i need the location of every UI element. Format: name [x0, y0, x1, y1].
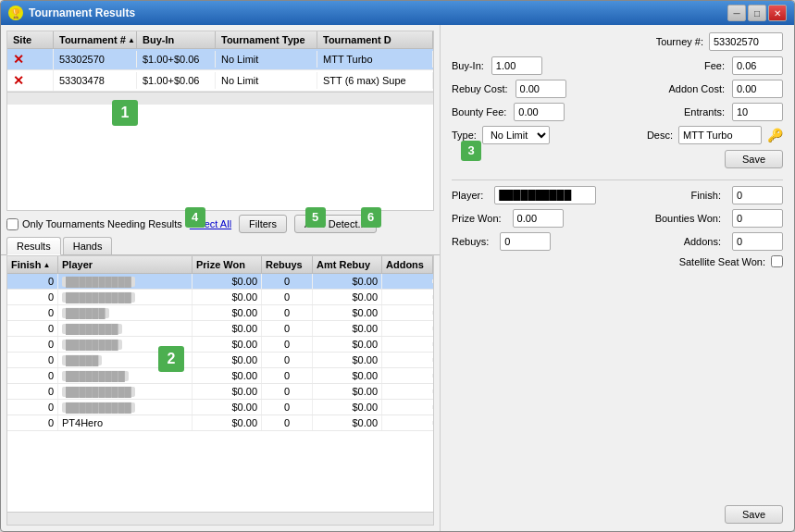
- cell-addons: [382, 421, 433, 425]
- cell-addons: [382, 311, 433, 315]
- finish-label: Finish:: [691, 190, 721, 201]
- results-row[interactable]: 0 ██████████ $0.00 0 $0.00: [7, 290, 433, 305]
- rebuy-cost-label: Rebuy Cost:: [452, 83, 508, 94]
- satellite-seat-checkbox[interactable]: [771, 255, 783, 267]
- cell-site: ✕: [7, 49, 54, 69]
- cell-player: █████████: [58, 368, 193, 383]
- restore-button[interactable]: □: [748, 5, 766, 21]
- tourney-num-input[interactable]: [709, 32, 783, 51]
- main-content: Site Tournament #▲ Buy-In Tournament Typ…: [1, 25, 794, 531]
- col-desc[interactable]: Tournament D: [317, 31, 433, 48]
- save-tournament-button[interactable]: Save: [725, 150, 783, 168]
- cell-player: ████████: [58, 337, 193, 352]
- addons-input[interactable]: [732, 232, 783, 251]
- desc-label: Desc:: [647, 130, 673, 141]
- results-row[interactable]: 0 ██████████ $0.00 0 $0.00: [7, 384, 433, 400]
- table-row[interactable]: ✕ 53303478 $1.00+$0.06 No Limit STT (6 m…: [7, 70, 433, 92]
- results-row[interactable]: 0 ████████ $0.00 0 $0.00: [7, 337, 433, 353]
- col-prize[interactable]: Prize Won: [193, 256, 262, 273]
- results-row[interactable]: 0 █████████ $0.00 0 $0.00: [7, 368, 433, 384]
- cell-amtrebuy: $0.00: [313, 384, 382, 399]
- cell-player: ████████: [58, 321, 193, 336]
- rebuys-label: Rebuys:: [452, 236, 489, 247]
- col-type[interactable]: Tournament Type: [216, 31, 317, 48]
- col-tourney[interactable]: Tournament #▲: [54, 31, 137, 48]
- cell-finish: 0: [7, 274, 58, 289]
- table-row[interactable]: ✕ 53302570 $1.00+$0.06 No Limit MTT Turb…: [7, 49, 433, 70]
- results-table-header: Finish▲ Player Prize Won Rebuys Amt Rebu…: [7, 256, 433, 274]
- prize-won-input[interactable]: [513, 209, 564, 228]
- results-horizontal-scrollbar[interactable]: [7, 512, 433, 525]
- results-row[interactable]: 0 ██████████ $0.00 0 $0.00: [7, 400, 433, 415]
- results-row[interactable]: 0 ██████████ $0.00 0 $0.00: [7, 274, 433, 290]
- rebuys-input[interactable]: [500, 232, 551, 251]
- col-rebuys[interactable]: Rebuys: [262, 256, 313, 273]
- cell-rebuys: 0: [262, 305, 313, 320]
- save-player-button[interactable]: Save: [725, 505, 783, 524]
- cell-prize: $0.00: [193, 321, 262, 336]
- minimize-button[interactable]: ─: [727, 5, 746, 21]
- fee-input[interactable]: [732, 56, 783, 75]
- cell-type: No Limit: [216, 72, 317, 89]
- cell-player: ██████████: [58, 384, 193, 399]
- results-row[interactable]: 0 PT4Hero $0.00 0 $0.00: [7, 415, 433, 431]
- player-input[interactable]: [494, 186, 596, 204]
- results-row[interactable]: 0 ██████ $0.00 0 $0.00: [7, 305, 433, 321]
- cell-addons: [382, 342, 433, 346]
- col-addons[interactable]: Addons: [382, 256, 433, 273]
- desc-input[interactable]: [678, 126, 762, 144]
- cell-rebuys: 0: [262, 415, 313, 430]
- title-bar: 🏆 Tournament Results ─ □ ✕: [1, 1, 794, 25]
- rebuy-cost-input[interactable]: [516, 80, 566, 98]
- cell-prize: $0.00: [193, 368, 262, 383]
- only-tournaments-checkbox[interactable]: [6, 218, 19, 230]
- col-amtrebuy[interactable]: Amt Rebuy: [313, 256, 382, 273]
- cell-prize: $0.00: [193, 353, 262, 367]
- col-buyin[interactable]: Buy-In: [137, 31, 216, 48]
- finish-input[interactable]: [732, 186, 783, 204]
- cell-player: ██████████: [58, 400, 193, 414]
- cell-finish: 0: [7, 400, 58, 414]
- cell-addons: [382, 279, 433, 283]
- tab-results[interactable]: Results: [6, 237, 61, 255]
- cell-amtrebuy: $0.00: [313, 305, 382, 320]
- buyin-label: Buy-In:: [452, 60, 484, 71]
- cell-rebuys: 0: [262, 384, 313, 399]
- col-player[interactable]: Player: [58, 256, 193, 273]
- results-row[interactable]: 0 ████████ $0.00 0 $0.00: [7, 321, 433, 337]
- cell-player: ██████: [58, 305, 193, 320]
- entrants-input[interactable]: [732, 103, 783, 121]
- tab-hands[interactable]: Hands: [63, 237, 113, 254]
- tournament-table-container: Site Tournament #▲ Buy-In Tournament Typ…: [6, 31, 434, 211]
- window-title: Tournament Results: [29, 6, 135, 19]
- player-label: Player:: [452, 190, 483, 201]
- auto-detect-button[interactable]: Auto Detect...: [294, 215, 377, 233]
- cell-addons: [382, 405, 433, 409]
- close-button[interactable]: ✕: [768, 5, 787, 21]
- results-row[interactable]: 0 █████ $0.00 0 $0.00: [7, 353, 433, 368]
- type-select[interactable]: No Limit Limit Pot Limit: [482, 126, 550, 144]
- left-panel: Site Tournament #▲ Buy-In Tournament Typ…: [1, 25, 441, 531]
- filters-button[interactable]: Filters: [239, 215, 287, 233]
- bounty-fee-label: Bounty Fee:: [452, 106, 506, 118]
- horizontal-scrollbar[interactable]: [7, 92, 433, 105]
- cell-amtrebuy: $0.00: [313, 368, 382, 383]
- bounty-fee-input[interactable]: [514, 103, 565, 121]
- cell-rebuys: 0: [262, 337, 313, 352]
- cell-rebuys: 0: [262, 321, 313, 336]
- cell-prize: $0.00: [193, 274, 262, 289]
- select-all-button[interactable]: Select All: [190, 218, 231, 229]
- cell-prize: $0.00: [193, 384, 262, 399]
- cell-prize: $0.00: [193, 400, 262, 414]
- bounties-won-input[interactable]: [732, 209, 783, 228]
- key-icon[interactable]: 🔑: [767, 128, 783, 142]
- only-tournaments-label[interactable]: Only Tournaments Needing Results: [6, 218, 182, 230]
- cell-addons: [382, 374, 433, 377]
- cell-amtrebuy: $0.00: [313, 290, 382, 304]
- cell-rebuys: 0: [262, 290, 313, 304]
- cell-addons: [382, 327, 433, 330]
- col-finish[interactable]: Finish▲: [7, 256, 58, 273]
- addon-cost-input[interactable]: [732, 80, 783, 98]
- buyin-input[interactable]: [491, 56, 542, 75]
- tabs-row: Results Hands: [1, 237, 440, 255]
